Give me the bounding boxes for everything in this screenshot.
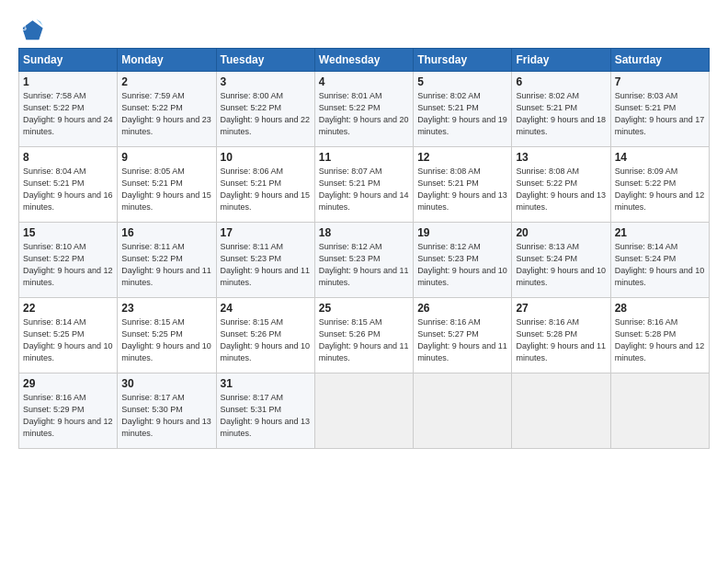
day-cell: 15Sunrise: 8:10 AMSunset: 5:22 PMDayligh… <box>19 223 118 298</box>
day-detail: Sunrise: 8:13 AMSunset: 5:24 PMDaylight:… <box>516 241 606 289</box>
day-number: 28 <box>615 302 705 315</box>
day-cell: 26Sunrise: 8:16 AMSunset: 5:27 PMDayligh… <box>414 298 512 373</box>
day-detail: Sunrise: 8:03 AMSunset: 5:21 PMDaylight:… <box>615 90 705 138</box>
day-detail: Sunrise: 8:07 AMSunset: 5:21 PMDaylight:… <box>319 166 409 213</box>
day-detail: Sunrise: 8:02 AMSunset: 5:21 PMDaylight:… <box>516 90 606 138</box>
week-row-3: 15Sunrise: 8:10 AMSunset: 5:22 PMDayligh… <box>19 223 710 298</box>
day-cell <box>414 373 512 449</box>
header-cell-monday: Monday <box>118 49 216 72</box>
day-cell: 17Sunrise: 8:11 AMSunset: 5:23 PMDayligh… <box>216 223 314 298</box>
day-cell: 10Sunrise: 8:06 AMSunset: 5:21 PMDayligh… <box>216 147 314 223</box>
day-detail: Sunrise: 8:09 AMSunset: 5:22 PMDaylight:… <box>615 166 705 213</box>
day-detail: Sunrise: 8:06 AMSunset: 5:21 PMDaylight:… <box>221 166 311 213</box>
day-cell: 21Sunrise: 8:14 AMSunset: 5:24 PMDayligh… <box>610 223 709 298</box>
day-detail: Sunrise: 8:17 AMSunset: 5:31 PMDaylight:… <box>221 392 311 440</box>
header-cell-saturday: Saturday <box>610 49 709 72</box>
day-cell: 19Sunrise: 8:12 AMSunset: 5:23 PMDayligh… <box>414 223 512 298</box>
day-detail: Sunrise: 8:15 AMSunset: 5:26 PMDaylight:… <box>319 316 409 364</box>
week-row-4: 22Sunrise: 8:14 AMSunset: 5:25 PMDayligh… <box>19 298 710 373</box>
day-number: 12 <box>417 151 507 164</box>
day-number: 6 <box>516 75 606 88</box>
day-number: 29 <box>23 377 113 390</box>
day-cell: 16Sunrise: 8:11 AMSunset: 5:22 PMDayligh… <box>118 223 216 298</box>
day-cell: 3Sunrise: 8:00 AMSunset: 5:22 PMDaylight… <box>216 72 314 147</box>
day-number: 23 <box>121 302 211 315</box>
day-number: 16 <box>121 226 211 239</box>
day-cell: 8Sunrise: 8:04 AMSunset: 5:21 PMDaylight… <box>19 147 118 223</box>
calendar-body: 1Sunrise: 7:58 AMSunset: 5:22 PMDaylight… <box>19 72 710 449</box>
day-detail: Sunrise: 8:10 AMSunset: 5:22 PMDaylight:… <box>23 241 113 289</box>
day-detail: Sunrise: 8:14 AMSunset: 5:24 PMDaylight:… <box>615 241 705 289</box>
header-row: SundayMondayTuesdayWednesdayThursdayFrid… <box>19 49 710 72</box>
day-number: 27 <box>516 302 606 315</box>
header-cell-sunday: Sunday <box>19 49 118 72</box>
day-detail: Sunrise: 8:11 AMSunset: 5:22 PMDaylight:… <box>121 241 211 289</box>
logo: G <box>18 17 48 42</box>
week-row-5: 29Sunrise: 8:16 AMSunset: 5:29 PMDayligh… <box>19 373 710 449</box>
day-detail: Sunrise: 8:05 AMSunset: 5:21 PMDaylight:… <box>121 166 211 213</box>
day-cell: 31Sunrise: 8:17 AMSunset: 5:31 PMDayligh… <box>216 373 314 449</box>
day-cell: 6Sunrise: 8:02 AMSunset: 5:21 PMDaylight… <box>512 72 610 147</box>
day-cell: 30Sunrise: 8:17 AMSunset: 5:30 PMDayligh… <box>118 373 216 449</box>
day-detail: Sunrise: 8:12 AMSunset: 5:23 PMDaylight:… <box>319 241 409 289</box>
calendar-page: G SundayMondayTuesdayWednesdayThursdayFr… <box>0 0 728 458</box>
day-cell: 4Sunrise: 8:01 AMSunset: 5:22 PMDaylight… <box>314 72 413 147</box>
day-detail: Sunrise: 7:58 AMSunset: 5:22 PMDaylight:… <box>23 90 113 138</box>
day-number: 5 <box>417 75 507 88</box>
day-number: 18 <box>319 226 409 239</box>
day-detail: Sunrise: 8:16 AMSunset: 5:27 PMDaylight:… <box>417 316 507 364</box>
day-cell: 1Sunrise: 7:58 AMSunset: 5:22 PMDaylight… <box>19 72 118 147</box>
day-number: 30 <box>121 377 211 390</box>
day-detail: Sunrise: 8:15 AMSunset: 5:26 PMDaylight:… <box>221 316 311 364</box>
day-cell: 7Sunrise: 8:03 AMSunset: 5:21 PMDaylight… <box>610 72 709 147</box>
day-number: 22 <box>23 302 113 315</box>
day-detail: Sunrise: 8:15 AMSunset: 5:25 PMDaylight:… <box>121 316 211 364</box>
day-number: 24 <box>221 302 311 315</box>
day-cell: 22Sunrise: 8:14 AMSunset: 5:25 PMDayligh… <box>19 298 118 373</box>
header-cell-wednesday: Wednesday <box>314 49 413 72</box>
day-number: 25 <box>319 302 409 315</box>
day-detail: Sunrise: 8:11 AMSunset: 5:23 PMDaylight:… <box>221 241 311 289</box>
day-cell: 5Sunrise: 8:02 AMSunset: 5:21 PMDaylight… <box>414 72 512 147</box>
day-number: 15 <box>23 226 113 239</box>
day-number: 11 <box>319 151 409 164</box>
day-number: 7 <box>615 75 705 88</box>
day-detail: Sunrise: 8:08 AMSunset: 5:22 PMDaylight:… <box>516 166 606 213</box>
day-cell: 24Sunrise: 8:15 AMSunset: 5:26 PMDayligh… <box>216 298 314 373</box>
day-cell: 28Sunrise: 8:16 AMSunset: 5:28 PMDayligh… <box>610 298 709 373</box>
header-cell-friday: Friday <box>512 49 610 72</box>
calendar-table: SundayMondayTuesdayWednesdayThursdayFrid… <box>18 48 710 449</box>
day-cell: 13Sunrise: 8:08 AMSunset: 5:22 PMDayligh… <box>512 147 610 223</box>
day-cell: 2Sunrise: 7:59 AMSunset: 5:22 PMDaylight… <box>118 72 216 147</box>
header: G <box>18 17 710 42</box>
day-number: 19 <box>417 226 507 239</box>
day-number: 9 <box>121 151 211 164</box>
day-detail: Sunrise: 8:02 AMSunset: 5:21 PMDaylight:… <box>417 90 507 138</box>
day-cell: 29Sunrise: 8:16 AMSunset: 5:29 PMDayligh… <box>19 373 118 449</box>
day-detail: Sunrise: 8:08 AMSunset: 5:21 PMDaylight:… <box>417 166 507 213</box>
day-number: 2 <box>121 75 211 88</box>
day-number: 10 <box>221 151 311 164</box>
day-detail: Sunrise: 8:01 AMSunset: 5:22 PMDaylight:… <box>319 90 409 138</box>
day-number: 8 <box>23 151 113 164</box>
day-number: 21 <box>615 226 705 239</box>
day-detail: Sunrise: 8:16 AMSunset: 5:29 PMDaylight:… <box>23 392 113 440</box>
calendar-header: SundayMondayTuesdayWednesdayThursdayFrid… <box>19 49 710 72</box>
day-number: 20 <box>516 226 606 239</box>
svg-text:G: G <box>22 25 28 31</box>
day-number: 4 <box>319 75 409 88</box>
day-detail: Sunrise: 8:16 AMSunset: 5:28 PMDaylight:… <box>615 316 705 364</box>
day-cell: 9Sunrise: 8:05 AMSunset: 5:21 PMDaylight… <box>118 147 216 223</box>
day-cell <box>314 373 413 449</box>
day-number: 26 <box>417 302 507 315</box>
header-cell-thursday: Thursday <box>414 49 512 72</box>
day-cell: 12Sunrise: 8:08 AMSunset: 5:21 PMDayligh… <box>414 147 512 223</box>
day-cell: 14Sunrise: 8:09 AMSunset: 5:22 PMDayligh… <box>610 147 709 223</box>
day-detail: Sunrise: 8:04 AMSunset: 5:21 PMDaylight:… <box>23 166 113 213</box>
day-detail: Sunrise: 8:17 AMSunset: 5:30 PMDaylight:… <box>121 392 211 440</box>
day-cell <box>610 373 709 449</box>
day-number: 17 <box>221 226 311 239</box>
day-cell: 25Sunrise: 8:15 AMSunset: 5:26 PMDayligh… <box>314 298 413 373</box>
day-cell: 11Sunrise: 8:07 AMSunset: 5:21 PMDayligh… <box>314 147 413 223</box>
day-number: 31 <box>221 377 311 390</box>
